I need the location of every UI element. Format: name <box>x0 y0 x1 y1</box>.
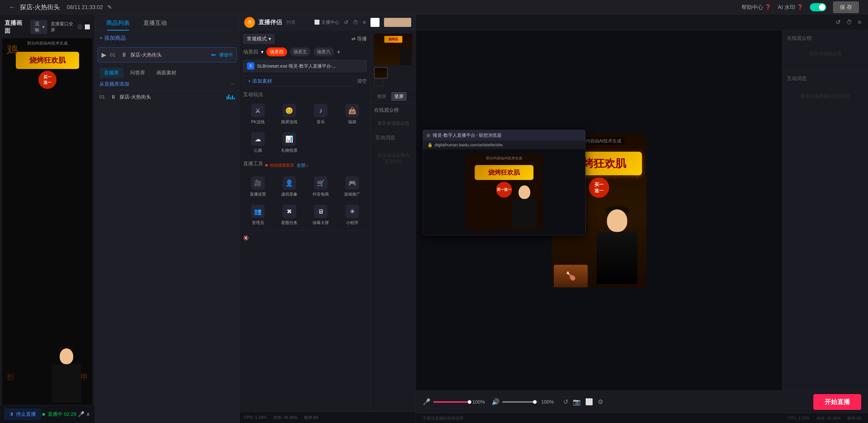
companion-left-content: 常规模式 ▾ ⇌ 导播 场景四 ▾ 场景四 场景五 场景六 + <box>240 30 370 412</box>
save-button[interactable]: 保 存 <box>833 1 859 13</box>
tool-star-task[interactable]: ✖ 星图任务 <box>275 202 304 228</box>
wish-icon: ☁ <box>251 132 265 146</box>
scene-button-0[interactable]: 场景四 <box>266 48 287 56</box>
interaction-screen[interactable]: 😊 跑屏连线 <box>275 101 304 127</box>
tool-game-promo[interactable]: 🎮 游戏推广 <box>338 173 367 200</box>
gift-label: 福袋 <box>348 119 356 125</box>
start-live-button[interactable]: 开始直播 <box>813 394 861 410</box>
play-icon[interactable]: ▶ <box>101 51 106 59</box>
pk-label: PK连线 <box>251 119 265 125</box>
mode-select[interactable]: 常规模式 ▾ <box>243 34 275 44</box>
timer-icon[interactable]: ⏱ <box>353 19 358 26</box>
pause-button[interactable]: ⏸ <box>121 51 127 58</box>
tab-live-interaction[interactable]: 直播互动 <box>136 14 174 31</box>
mem-stat: 内存: 45.36% <box>273 415 298 420</box>
tool-green-screen[interactable]: 🖥 绿幕大屏 <box>306 202 336 228</box>
back-button[interactable]: ← <box>9 4 16 11</box>
pk-icon: ⚔ <box>251 104 265 117</box>
from-library-button[interactable]: 从音频库添加 <box>99 81 129 88</box>
cpu-stat: CPU: 1.10% <box>244 415 267 420</box>
portrait-view-button[interactable]: 竖屏 <box>391 92 407 101</box>
audio-pause-button[interactable]: ⏸ <box>111 94 116 100</box>
right-sidebar: 在线观众榜 展示本场观众情 互动消息 展示本场直播的互动消息 <box>782 30 868 390</box>
audio-item[interactable]: 01 ⏸ 探店-火热街头 <box>95 90 239 104</box>
gift-icon: 👜 <box>345 104 359 117</box>
companion-header: 伴 直播伴侣 ·抖音 ⬜ 主播中心 ↺ ⏱ ≡ <box>240 14 416 30</box>
add-material-button[interactable]: + 添加素材 <box>243 76 353 87</box>
quality-button[interactable]: 流畅 ▾ <box>30 20 47 34</box>
menu-icon[interactable]: ≡ <box>363 19 366 26</box>
right-top-bar: ↺ ⏱ ≡ <box>416 14 868 30</box>
browser-url: digitalhuman.baidu.com/artistelite/obs <box>435 143 503 147</box>
tool-live-settings[interactable]: 🎥 直播设置 <box>243 173 272 200</box>
product-name: 探店-火热街头 <box>130 52 208 58</box>
ai-watermark-switch[interactable] <box>810 3 826 11</box>
tab-product-list[interactable]: 商品列表 <box>99 14 136 31</box>
online-viewers-section: 在线观众榜 展示本场观众情 <box>371 103 416 130</box>
stop-live-button[interactable]: ⏸ 停止直播 <box>4 409 41 420</box>
clear-button[interactable]: 清空 <box>357 78 367 85</box>
interaction-gift[interactable]: 👜 福袋 <box>338 101 367 127</box>
browser-sign-text: 烧烤狂欢肌 <box>479 168 529 177</box>
menu-action-icon[interactable]: ≡ <box>858 19 861 26</box>
fullscreen-toggle[interactable]: ⬜ <box>85 24 90 30</box>
speaker-slider[interactable] <box>502 401 538 403</box>
help-button[interactable]: 帮助中心 ❓ <box>741 4 771 11</box>
ai-watermark-toggle: AI 水印 ❓ <box>778 4 803 11</box>
tool-green-screen-label: 绿幕大屏 <box>313 220 329 225</box>
browser-sign-sub: 买一送一 <box>496 182 512 198</box>
main-preview: 部分内容由AI技术生成 鸡 烧烤狂欢肌 买一送一 甲 <box>416 30 782 390</box>
left-bottom-bar: ⏸ 停止直播 直播中 02:29 🎤 ∧ <box>0 405 95 423</box>
fps-stat-right: 帧率:60 <box>847 416 861 421</box>
wish-label: 心愿 <box>254 148 262 153</box>
scene-button-2[interactable]: 场景六 <box>313 48 334 56</box>
tab-audio-library[interactable]: 音频库 <box>99 68 123 78</box>
settings-ctrl-icon[interactable]: ⚙ <box>598 398 603 405</box>
tool-admin-label: 管理员 <box>252 220 264 225</box>
page-title: 探店-火热街头 <box>20 3 60 11</box>
mic-button[interactable]: 🎤 ∧ <box>78 411 90 417</box>
music-label: 音乐 <box>317 119 325 125</box>
tab-visual-material[interactable]: 画面素材 <box>152 68 181 78</box>
live-duration: 直播中 02:29 <box>42 411 76 418</box>
guide-button[interactable]: ⇌ 导播 <box>351 35 367 42</box>
tool-mini-program[interactable]: ✳ 小程序 <box>338 202 367 228</box>
more-options-button[interactable]: ··· <box>231 81 235 87</box>
refresh-icon[interactable]: ↺ <box>344 19 348 26</box>
interaction-music[interactable]: ♪ 音乐 <box>306 101 336 127</box>
browser-inner-preview: 部分内容由AI技术生成 烧烤狂欢肌 买一送一 <box>466 154 542 231</box>
live-preview-screen: 部分内容由AI技术生成 烧烤狂欢肌 买一送一 鸡 甲 郡 <box>2 38 92 405</box>
right-interact-section: 互动消息 展示本场直播的互动消息 <box>782 70 868 390</box>
white-square-button[interactable] <box>370 18 379 27</box>
live-settings-icon: 🎥 <box>251 176 265 190</box>
window-ctrl-icon[interactable]: ⬜ <box>585 398 593 405</box>
scene-add-button[interactable]: + <box>337 49 340 56</box>
interaction-pk[interactable]: ⚔ PK连线 <box>243 101 272 127</box>
info-icon: ⓘ <box>78 24 82 30</box>
tool-douyin-ecom[interactable]: 🛒 抖音电商 <box>306 173 336 200</box>
host-center-button[interactable]: ⬜ 主播中心 <box>314 19 339 25</box>
tool-admin[interactable]: 👥 管理员 <box>243 202 272 228</box>
product-item[interactable]: ▶ 01 ⏸ 探店-火热街头 播放中 <box>98 47 237 62</box>
scene-button-1[interactable]: 场景五 <box>290 48 311 56</box>
camera-ctrl-icon[interactable]: 📷 <box>573 398 581 405</box>
refresh-action-icon[interactable]: ↺ <box>836 19 841 26</box>
audio-name: 探店-火热街头 <box>120 94 223 100</box>
add-product-button[interactable]: + 添加商品 <box>95 31 239 46</box>
timer-action-icon[interactable]: ⏱ <box>846 19 852 26</box>
tools-grid: 🎥 直播设置 👤 虚拟形象 🛒 抖音电商 🎮 游戏推广 <box>243 173 367 228</box>
tab-qa[interactable]: 问答库 <box>126 68 150 78</box>
tool-virtual-avatar[interactable]: 👤 虚拟形象 <box>275 173 304 200</box>
bottom-control-bar: 🎤 100% 🔊 100% ↺ 📷 ⬜ ⚙ <box>416 390 868 413</box>
edit-icon[interactable]: ✎ <box>107 4 112 10</box>
tools-all-link[interactable]: 全部 › <box>297 162 308 169</box>
screen-label: 跑屏连线 <box>281 119 298 125</box>
fullscreen-control: 直播窗口全屏 ⓘ ⬜ <box>51 21 90 33</box>
landscape-view-button[interactable]: 横屏 <box>374 92 390 101</box>
refresh-ctrl-icon[interactable]: ↺ <box>563 398 568 405</box>
interaction-vote[interactable]: 📊 礼物投票 <box>275 129 304 156</box>
interaction-wish[interactable]: ☁ 心愿 <box>243 129 272 156</box>
tools-header: 直播工具 粉丝团更新至 全部 › <box>243 160 367 170</box>
mic-slider[interactable] <box>433 401 469 403</box>
speaker-volume-label: 100% <box>541 399 554 405</box>
